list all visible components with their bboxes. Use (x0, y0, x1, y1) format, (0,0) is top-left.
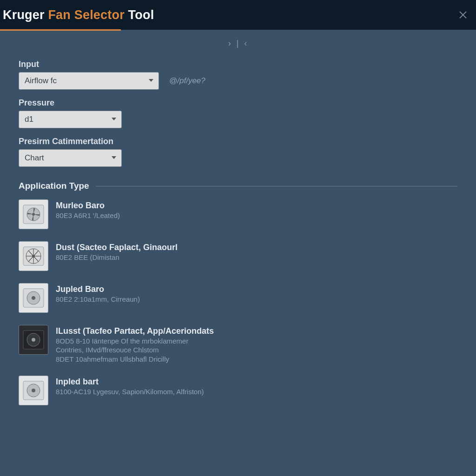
item-sub: 8100-AC19 Lygesuv, Sapion/Kilomom, Alfri… (56, 387, 204, 397)
fan-thumb-icon (19, 325, 48, 355)
list-item[interactable]: Jupled Baro 80E2 2:10a1mm, Cirreaun) (19, 283, 457, 313)
item-sub: 80E3 A6R1 '/Leated) (56, 211, 120, 220)
form-area: Input Airflow fc @/pf/yee? Pressure d1 P… (0, 51, 476, 405)
input-select[interactable]: Airflow fc (19, 72, 159, 90)
pressure-label: Pressure (19, 98, 457, 108)
field-input: Input Airflow fc @/pf/yee? (19, 60, 457, 90)
pressure-select[interactable]: d1 (19, 111, 122, 128)
input-label: Input (19, 60, 457, 69)
section-title: Application Type (19, 181, 89, 191)
presentation-select-value: Chart (25, 153, 44, 163)
list-item[interactable]: Murleo Baro 80E3 A6R1 '/Leated) (19, 199, 457, 229)
field-presentation: Presirm Catimmertation Chart (19, 137, 457, 167)
fan-thumb-icon (19, 241, 48, 271)
svg-point-18 (32, 296, 35, 300)
title-post: Tool (125, 8, 154, 22)
list-item[interactable]: Inpled bart 8100-AC19 Lygesuv, Sapion/Ki… (19, 376, 457, 405)
chevron-down-icon (148, 76, 154, 86)
svg-point-21 (32, 338, 35, 342)
fan-thumb-icon (19, 199, 48, 229)
fan-thumb-icon (19, 283, 48, 313)
title-accent: Fan Selector (48, 8, 124, 22)
item-title: Murleo Baro (56, 200, 120, 211)
application-list: Murleo Baro 80E3 A6R1 '/Leated) (19, 199, 457, 405)
item-sub: 80E2 BEE (Dimistan (56, 253, 178, 262)
pressure-select-value: d1 (25, 115, 33, 124)
presentation-select[interactable]: Chart (19, 149, 122, 167)
chevron-down-icon (111, 153, 117, 163)
item-title: Dust (Sacteo Faplact, Ginaourl (56, 242, 178, 253)
presentation-label: Presirm Catimmertation (19, 137, 457, 146)
list-item[interactable]: lLusst (Tacfeo Partact, App/Aceriondats … (19, 325, 457, 364)
close-icon[interactable] (458, 10, 468, 20)
list-item[interactable]: Dust (Sacteo Faplact, Ginaourl 80E2 BEE … (19, 241, 457, 271)
svg-point-15 (32, 255, 35, 258)
chevron-down-icon (111, 115, 117, 124)
pager-sep: | (237, 39, 240, 48)
field-pressure: Pressure d1 (19, 98, 457, 128)
svg-point-24 (32, 389, 35, 392)
section-rule (96, 186, 457, 186)
fan-thumb-icon (19, 376, 48, 405)
pager-next[interactable]: ‹ (244, 39, 248, 48)
app-title: Kruger Fan Selector Tool (3, 8, 154, 22)
title-wrap: Kruger Fan Selector Tool (0, 0, 154, 30)
input-select-value: Airflow fc (25, 76, 57, 86)
title-pre: Kruger (3, 8, 48, 22)
input-hint: @/pf/yee? (169, 76, 205, 86)
item-sub: 8OD5 8-10 Iäntenpe Of the mrboklamemer C… (56, 337, 214, 364)
item-title: Inpled bart (56, 377, 204, 387)
pager: › | ‹ (0, 30, 476, 51)
item-title: Jupled Baro (56, 284, 140, 295)
item-title: lLusst (Tacfeo Partact, App/Aceriondats (56, 326, 214, 337)
title-underline (0, 29, 121, 31)
pager-prev[interactable]: › (228, 39, 232, 48)
section-header-application: Application Type (19, 181, 457, 191)
title-bar: Kruger Fan Selector Tool (0, 0, 476, 30)
item-sub: 80E2 2:10a1mm, Cirreaun) (56, 295, 140, 304)
